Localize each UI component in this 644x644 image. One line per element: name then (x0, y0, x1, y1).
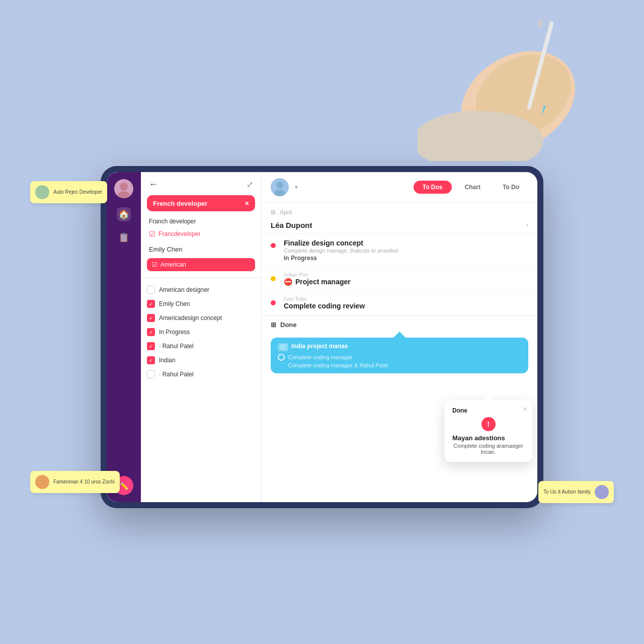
checklist-item-2[interactable]: ✓ Americadesign concept (147, 312, 255, 324)
checkbox-6[interactable] (147, 370, 155, 378)
tablet-inner: 🏠 📋 ✏️ ← ⤢ French developer × Franch dev… (107, 172, 537, 502)
emily-item[interactable]: Emily Chen (141, 243, 261, 256)
task-person-label-2: Fam Tobis (284, 296, 365, 302)
tab-todo[interactable]: To Do (494, 181, 528, 194)
checklist-label-0: American designer (159, 286, 209, 293)
checkbox-3[interactable]: ✓ (147, 328, 155, 336)
checklist-item-5[interactable]: ✓ Indian (147, 354, 255, 366)
task-alert-icon-1: ⛔ (284, 278, 292, 286)
popup-title: Done (452, 407, 524, 414)
task-person-label-1: Indian Pon (284, 272, 351, 278)
svg-point-6 (120, 183, 128, 191)
task-subtext-0: Complete design manage, thatouts to ansu… (284, 248, 398, 254)
filter-sub-item-2[interactable]: Francdeveloper (147, 227, 255, 240)
sticky-avatar-3 (595, 485, 609, 499)
checklist-item-3[interactable]: ✓ In Progress (147, 326, 255, 338)
filter-sub-items: Franch developer Francdeveloper (141, 215, 261, 240)
checklist-label-3: In Progress (159, 329, 190, 336)
checklist-label-5: Indian (159, 357, 176, 364)
sidebar: 🏠 📋 ✏️ (107, 172, 141, 502)
person-header: Léa Dupont › (262, 219, 537, 234)
maximize-icon[interactable]: ⤢ (247, 180, 253, 189)
filter-sub-item-1[interactable]: Franch developer (147, 215, 255, 227)
section-label-text: Apni (280, 209, 292, 216)
svg-rect-5 (537, 19, 543, 28)
main-header: ▾ To Dos Chart To Do (262, 172, 537, 203)
task-item-0[interactable]: Finalize design concept Complete design … (262, 234, 537, 267)
svg-point-1 (461, 38, 586, 153)
svg-point-9 (274, 190, 285, 196)
filter-label: French developer (153, 200, 207, 207)
checkbox-1[interactable]: ✓ (147, 300, 155, 308)
sticky-avatar-2 (35, 475, 49, 489)
sticky-note-1: Auto Rejec Developer (30, 181, 107, 203)
checklist-item-6[interactable]: · Rahul Patel (147, 368, 255, 380)
checklist-item-1[interactable]: ✓ Emily Chen (147, 298, 255, 310)
main-body: ⊞ Apni Léa Dupont › Finalize design conc… (262, 203, 537, 502)
filter-dropdown[interactable]: French developer × (147, 195, 255, 211)
tablet: 🏠 📋 ✏️ ← ⤢ French developer × Franch dev… (101, 166, 543, 508)
checklist-label-2: Americadesign concept (159, 314, 222, 321)
task-item-2[interactable]: Fam Tobis Complete coding review (262, 291, 537, 315)
sticky-avatar-1 (35, 185, 49, 199)
header-tabs: To Dos Chart To Do (414, 181, 528, 194)
task-dot-2 (271, 300, 276, 305)
task-title-1: Project manager (295, 278, 351, 286)
sidebar-home-icon[interactable]: 🏠 (117, 207, 131, 221)
popup-arrow (484, 395, 494, 400)
task-title-2: Complete coding review (284, 302, 365, 310)
avatar-dropdown-icon[interactable]: ▾ (295, 184, 298, 191)
american-icon: ☑ (152, 261, 157, 268)
task-title-0: Finalize design concept (284, 239, 398, 247)
task-item-1[interactable]: Indian Pon ⛔ Project manager (262, 267, 537, 291)
popup-text: Complete coding aramaeger (452, 443, 524, 449)
checkbox-0[interactable] (147, 286, 155, 294)
checkbox-4[interactable]: ✓ (147, 342, 155, 350)
middle-panel: ← ⤢ French developer × Franch developer … (141, 172, 262, 502)
tab-chart[interactable]: Chart (456, 181, 490, 194)
task-status-0: In Progress (284, 255, 398, 262)
svg-point-8 (276, 182, 283, 189)
sidebar-user-avatar[interactable] (114, 179, 133, 198)
sidebar-list-icon[interactable]: 📋 (117, 230, 131, 245)
done-icon: ⊞ (271, 321, 276, 329)
person-expand-icon[interactable]: › (526, 220, 528, 229)
divider (141, 277, 261, 278)
done-section: ⊞ Done (262, 315, 537, 334)
sticky-text-1: Auto Rejec Developer (53, 189, 102, 196)
popup-close-button[interactable]: × (523, 405, 527, 413)
grid-icon: ⊞ (271, 209, 276, 216)
done-card-icon: ☑ (278, 343, 288, 351)
filter-close-icon[interactable]: × (245, 199, 249, 207)
popup-name: Mayan adestions (452, 434, 524, 442)
sticky-note-2: Famennian 4 10 uros Zochi (30, 471, 120, 493)
main-user-avatar[interactable] (271, 178, 289, 196)
main-content: ▾ To Dos Chart To Do ⊞ Apni Léa Dupont › (262, 172, 537, 502)
task-dot-1 (271, 276, 276, 281)
checklist-label-4: · Rahul Patel (159, 343, 194, 350)
done-card-sub2: Complete coding manager & Rahul Patel (278, 362, 521, 368)
svg-rect-3 (527, 21, 554, 110)
checklist: American designer ✓ Emily Chen ✓ America… (141, 282, 261, 382)
checklist-item-4[interactable]: ✓ · Rahul Patel (147, 340, 255, 352)
american-item[interactable]: ☑ American (147, 258, 255, 271)
checklist-label-1: Emily Chen (159, 300, 190, 307)
done-card-circle (278, 354, 285, 361)
tab-todos[interactable]: To Dos (414, 181, 452, 194)
checklist-label-6: · Rahul Patel (159, 371, 194, 378)
task-dot-0 (271, 243, 276, 248)
done-label: ⊞ Done (271, 321, 528, 329)
checkbox-2[interactable]: ✓ (147, 314, 155, 322)
done-blue-card[interactable]: ☑ India project manae Complete coding ma… (271, 338, 528, 373)
checkbox-5[interactable]: ✓ (147, 356, 155, 364)
middle-header: ← ⤢ (141, 172, 261, 195)
american-label: American (160, 261, 186, 268)
svg-marker-4 (541, 106, 545, 116)
back-button[interactable]: ← (149, 179, 158, 190)
svg-point-2 (418, 111, 543, 161)
popup-subtext: Incan. (452, 449, 524, 455)
popup-card: × Done ! Mayan adestions Complete coding… (444, 400, 532, 462)
svg-point-7 (118, 191, 130, 198)
section-label: ⊞ Apni (262, 203, 537, 219)
checklist-item-0[interactable]: American designer (147, 284, 255, 296)
